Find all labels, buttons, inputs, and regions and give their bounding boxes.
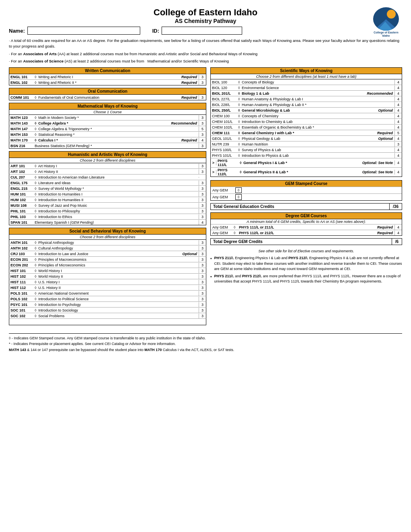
total-general-value: /36 bbox=[389, 204, 402, 210]
course-code: HIST 111 bbox=[9, 280, 33, 285]
course-name: ◊ Writing and Rhetoric II * bbox=[33, 80, 181, 85]
course-credits: 3 bbox=[199, 121, 206, 126]
bullet-icon: • bbox=[210, 256, 212, 262]
course-credits: 3 bbox=[199, 115, 206, 120]
course-code: GEOL 101/L bbox=[211, 136, 237, 141]
course-credits: 4 bbox=[394, 102, 402, 107]
table-row: > PHYS 111/L ◊ General Physics I & Lab *… bbox=[210, 158, 402, 168]
course-name: ◊ Art History II bbox=[33, 169, 199, 174]
course-credits: 3 bbox=[199, 169, 206, 174]
course-credits: 3 bbox=[199, 240, 206, 245]
degree-gem-diamond: ◊ bbox=[233, 231, 238, 235]
course-code: BIOL 100 bbox=[211, 80, 237, 85]
table-row: ART 101 ◊ Art History I 3 bbox=[9, 163, 206, 169]
intro-line2: · For an Associates of Arts (AA) at leas… bbox=[9, 51, 402, 57]
course-name: ◊ Human Anatomy & Physiology & Lab II * bbox=[237, 102, 394, 107]
table-row: MUSI 108 ◊ Survey of Jazz and Pop Music … bbox=[9, 203, 206, 208]
table-row: MATH 147 ◊ College Algebra & Trigonometr… bbox=[9, 126, 206, 132]
course-name: ◊ Introduction to Psychology bbox=[33, 302, 199, 307]
id-input[interactable] bbox=[162, 27, 242, 35]
arrow-icon: > bbox=[211, 170, 216, 175]
gem-row: Any GEM ◊ bbox=[211, 187, 402, 193]
course-code: ANTH 101 bbox=[9, 240, 33, 245]
degree-gem-section: Degree GEM Courses A minimum total of 6 … bbox=[210, 212, 402, 236]
scientific-subheader: Choose 2 from different disciplines (at … bbox=[210, 74, 402, 79]
course-credits: 5 bbox=[394, 131, 402, 135]
table-row: CHEM 111 ◊ General Chemistry I with Lab … bbox=[210, 130, 402, 136]
table-row: BIOL 228/L ◊ Human Anatomy & Physiology … bbox=[210, 102, 402, 108]
course-name: ◊ Physical Anthropology bbox=[33, 240, 199, 245]
humanistic-header: Humanistic and Artistic Ways of Knowing bbox=[9, 151, 206, 158]
course-code: ART 101 bbox=[9, 164, 33, 168]
course-name: ◊ Calculus I * bbox=[33, 138, 181, 143]
table-row: HIST 112 ◊ U.S. History II 3 bbox=[9, 285, 206, 291]
course-code: MATH 123 bbox=[9, 115, 33, 120]
table-row: COMM 101 ◊ Fundamentals of Oral Communic… bbox=[9, 95, 206, 100]
intro-line3: · For an Associates of Science (AS) at l… bbox=[9, 58, 402, 64]
table-row: HUM 102 ◊ Introduction to Humanities II … bbox=[9, 197, 206, 203]
course-name: ◊ Concepts of Biology bbox=[237, 80, 394, 85]
course-credits: 3 bbox=[199, 203, 206, 208]
name-label: Name: bbox=[9, 28, 25, 34]
total-degree-label: Total Degree GEM Credits bbox=[211, 239, 392, 245]
course-name: ◊ Statistical Reasoning * bbox=[33, 132, 199, 137]
course-name: ◊ Introduction to Sociology bbox=[33, 308, 199, 313]
course-name: ◊ Biology 1 & Lab bbox=[237, 91, 367, 96]
bullet-item: • PHYS 211/L and PHYS 212/L are more pre… bbox=[210, 274, 402, 285]
bullet-text: PHYS 211/L Engineering Physics I & Lab a… bbox=[214, 256, 402, 272]
course-credits: 3 bbox=[199, 291, 206, 296]
course-name: ◊ American National Government bbox=[33, 291, 199, 296]
name-input[interactable] bbox=[27, 27, 140, 35]
course-name: ◊ Environmental Science bbox=[237, 85, 394, 90]
bullet-text: PHYS 211/L and PHYS 212/L are more prefe… bbox=[214, 274, 402, 285]
course-code: BIOL 227/L bbox=[211, 97, 237, 102]
table-row: ENGL 101 ◊ Writing and Rhetoric I Requir… bbox=[9, 74, 206, 80]
gem-stamped-section: GEM Stamped Course Any GEM ◊ Any GEM ◊ bbox=[210, 180, 402, 201]
table-row: CRJ 103 ◊ Introduction to Law and Justic… bbox=[9, 251, 206, 257]
course-name: ◊ Introduction to Ethics bbox=[33, 214, 199, 219]
course-code: BIOL 228/L bbox=[211, 102, 237, 107]
course-name: ◊ Introduction to Philosophy bbox=[33, 209, 199, 214]
id-field: ID: bbox=[152, 27, 242, 35]
name-field: Name: bbox=[9, 27, 140, 35]
table-row: SPAN 101 Elementary Spanish I (GEM Pendi… bbox=[9, 220, 206, 225]
written-comm-section: Written Communication ENGL 101 ◊ Writing… bbox=[9, 67, 206, 85]
course-name: ◊ Introduction to Political Science bbox=[33, 297, 199, 301]
table-row: BSN 216 Business Statistics (GEM Pending… bbox=[9, 143, 206, 149]
see-other-side-note: See other side for list of Elective cour… bbox=[210, 249, 402, 253]
table-row: BIOL 100 ◊ Concepts of Biology 4 bbox=[210, 79, 402, 85]
table-row: SOC 102 ◊ Social Problems 3 bbox=[9, 313, 206, 319]
name-id-row: Name: ID: bbox=[9, 27, 402, 35]
course-name: ◊ Human Anatomy & Physiology & Lab I bbox=[237, 97, 394, 102]
course-name: ◊ Survey of Physics & Lab bbox=[237, 148, 394, 152]
course-name: ◊ General Physics I & Lab * bbox=[239, 160, 362, 165]
college-logo: College of Eastern Idaho bbox=[370, 7, 402, 31]
course-code: POLS 102 bbox=[9, 297, 33, 301]
table-row: ANTH 102 ◊ Cultural Anthropology 3 bbox=[9, 245, 206, 251]
course-credits: 3 bbox=[199, 186, 206, 191]
table-row: BIOL 120 ◊ Environmental Science 4 bbox=[210, 85, 402, 91]
table-row: HIST 102 ◊ World History II 3 bbox=[9, 274, 206, 279]
course-credits: 3 bbox=[199, 197, 206, 202]
course-credits: 4 bbox=[394, 119, 402, 124]
course-credits: 3 bbox=[199, 246, 206, 251]
table-row: HIST 101 ◊ World History I 3 bbox=[9, 268, 206, 274]
degree-gem-header: Degree GEM Courses bbox=[211, 213, 402, 219]
course-name: ◊ Introduction to Law and Justice bbox=[33, 251, 183, 256]
logo-text: College of Eastern Idaho bbox=[370, 31, 402, 37]
degree-gem-note: Required bbox=[377, 231, 393, 235]
table-row: POLS 102 ◊ Introduction to Political Sci… bbox=[9, 296, 206, 302]
humanistic-section: Humanistic and Artistic Ways of Knowing … bbox=[9, 151, 206, 225]
table-row: NUTR 239 ◊ Human Nutrition 3 bbox=[210, 141, 402, 147]
degree-gem-credits: 4 bbox=[394, 225, 402, 230]
course-credits: 3 bbox=[199, 251, 206, 256]
course-code: SOC 102 bbox=[9, 314, 33, 318]
course-name: ◊ Introduction to Chemistry & Lab bbox=[237, 119, 394, 124]
footer-line1: ◊ - Indicates GEM Stamped course. Any GE… bbox=[9, 335, 402, 341]
course-code: ENGL 175 bbox=[9, 181, 33, 185]
bullet-icon: • bbox=[210, 274, 212, 280]
course-code: ANTH 102 bbox=[9, 246, 33, 251]
course-name: ◊ College Algebra & Trigonometry * bbox=[33, 127, 199, 131]
degree-gem-row: Any GEM ◊ PHYS 111/L or 211/L Required 4 bbox=[211, 224, 402, 230]
gem-label: Any GEM bbox=[211, 188, 235, 193]
